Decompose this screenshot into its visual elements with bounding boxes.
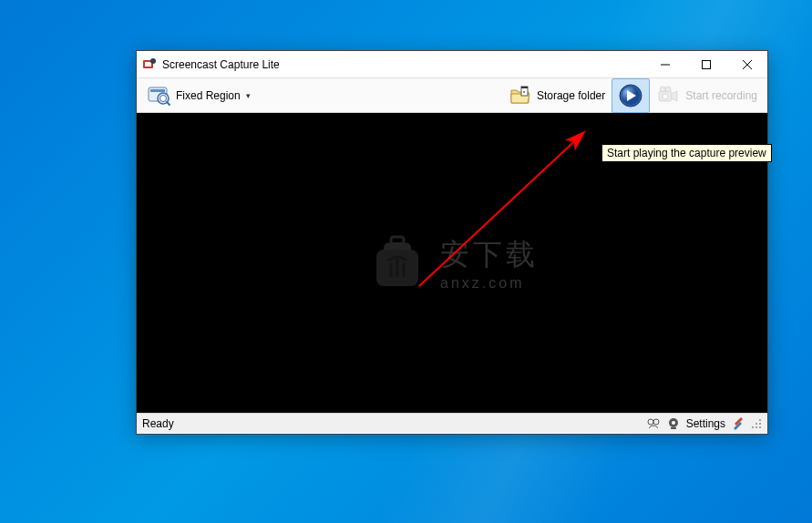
status-text: Ready [142,417,641,430]
record-label: Start recording [685,89,757,102]
region-selector-button[interactable]: Fixed Region ▾ [140,78,257,113]
magnifier-icon [147,83,172,108]
svg-rect-21 [391,237,404,244]
app-window: Screencast Capture Lite Fixed Region ▾ [136,50,768,435]
svg-point-19 [665,87,671,92]
svg-point-34 [759,426,761,428]
app-icon [142,57,157,72]
svg-point-25 [653,419,659,425]
folder-icon [508,83,533,108]
settings-label[interactable]: Settings [686,417,725,430]
svg-point-27 [672,421,675,425]
tooltip-text: Start playing the capture preview [607,147,766,159]
svg-point-2 [150,58,156,64]
watermark: 安下载 anxz.com [365,231,539,295]
watermark-cn: 安下载 [440,235,539,275]
svg-point-32 [752,426,754,428]
svg-point-10 [160,95,167,101]
svg-point-33 [755,426,757,428]
svg-point-30 [755,423,757,425]
svg-rect-8 [150,89,165,92]
play-icon [618,83,643,108]
camera-icon [656,83,682,108]
svg-rect-28 [671,427,676,429]
svg-point-14 [523,91,525,93]
start-recording-button[interactable]: Start recording [650,78,764,113]
region-label: Fixed Region [176,89,241,102]
close-button[interactable] [726,51,767,77]
chevron-down-icon: ▾ [246,91,251,100]
resize-grip[interactable] [751,418,762,429]
watermark-url: anxz.com [440,275,539,292]
svg-line-11 [167,102,170,105]
audio-devices-icon[interactable] [646,416,661,431]
svg-point-31 [759,423,761,425]
svg-rect-1 [145,62,151,67]
statusbar: Ready Settings [137,413,767,433]
svg-point-18 [660,87,665,92]
maximize-button[interactable] [685,51,726,77]
minimize-button[interactable] [644,51,685,77]
storage-folder-button[interactable]: Storage folder [501,78,612,113]
play-preview-button[interactable] [612,78,650,113]
svg-point-24 [648,419,653,425]
svg-point-20 [663,94,668,99]
settings-tools-icon[interactable] [731,416,745,431]
window-title: Screencast Capture Lite [162,58,644,71]
tooltip: Start playing the capture preview [601,144,772,162]
svg-point-29 [759,419,761,421]
toolbar: Fixed Region ▾ Storage folder [137,78,767,113]
svg-rect-4 [702,60,710,68]
titlebar[interactable]: Screencast Capture Lite [137,51,767,78]
storage-label: Storage folder [537,89,605,102]
webcam-icon[interactable] [666,416,681,431]
svg-rect-13 [521,87,528,88]
